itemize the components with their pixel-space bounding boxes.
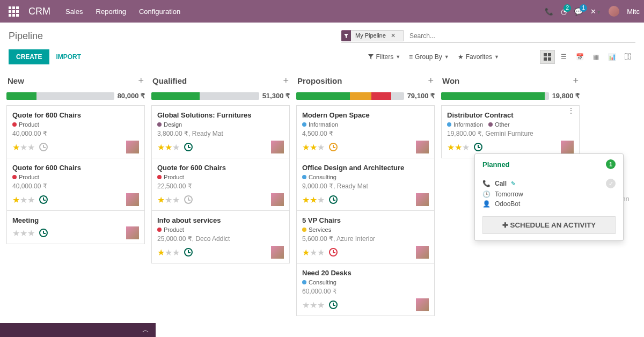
avatar[interactable]: [416, 246, 429, 259]
add-card-button[interactable]: +: [138, 75, 144, 86]
star-icon[interactable]: ★: [317, 195, 325, 205]
add-card-button[interactable]: +: [573, 75, 579, 86]
card-title[interactable]: 5 VP Chairs: [302, 216, 429, 224]
user-name[interactable]: Mitc: [627, 8, 640, 16]
avatar[interactable]: [416, 298, 429, 311]
clock-icon[interactable]: [329, 143, 338, 151]
star-icon[interactable]: ★: [172, 142, 180, 152]
kanban-card[interactable]: Quote for 600 ChairsProduct22,500.00 ₹★★…: [151, 158, 290, 211]
card-title[interactable]: Quote for 600 Chairs: [157, 164, 284, 172]
nav-reporting[interactable]: Reporting: [96, 8, 126, 16]
star-icon[interactable]: ★: [12, 142, 20, 152]
search-area[interactable]: My Pipeline ✕: [341, 29, 635, 43]
done-icon[interactable]: ✓: [606, 179, 616, 188]
card-title[interactable]: Office Design and Architecture: [302, 164, 429, 172]
kanban-card[interactable]: Info about servicesProduct25,000.00 ₹, D…: [151, 211, 290, 263]
star-icon[interactable]: ★: [317, 300, 325, 310]
avatar[interactable]: [271, 141, 284, 153]
user-avatar[interactable]: [609, 6, 619, 17]
progress-bar[interactable]: [296, 92, 404, 100]
star-icon[interactable]: ★: [165, 142, 172, 152]
kanban-card[interactable]: ⋮Distributor ContractInformationOther19,…: [441, 105, 580, 158]
view-pivot[interactable]: ▦: [588, 50, 603, 64]
apps-icon[interactable]: [4, 2, 23, 21]
star-icon[interactable]: ★: [27, 195, 35, 205]
star-icon[interactable]: ★: [157, 195, 165, 205]
avatar[interactable]: [126, 193, 139, 206]
card-menu-icon[interactable]: ⋮: [567, 110, 575, 112]
clock-icon[interactable]: [329, 195, 338, 204]
tools-icon[interactable]: ✕▼: [590, 8, 601, 16]
star-icon[interactable]: ★: [310, 142, 317, 152]
clock-icon[interactable]: [39, 195, 48, 204]
card-title[interactable]: Meeting: [12, 216, 139, 224]
add-card-button[interactable]: +: [428, 75, 434, 86]
star-icon[interactable]: ★: [310, 195, 317, 205]
clock-icon[interactable]: [329, 248, 338, 257]
star-icon[interactable]: ★: [165, 195, 172, 205]
add-card-button[interactable]: +: [283, 75, 289, 86]
view-graph[interactable]: 📊: [604, 50, 619, 64]
star-icon[interactable]: ★: [165, 247, 172, 258]
view-kanban[interactable]: [540, 50, 555, 64]
avatar[interactable]: [416, 193, 429, 206]
search-input[interactable]: [408, 31, 635, 41]
clock-icon[interactable]: [184, 143, 193, 151]
progress-bar[interactable]: [6, 92, 114, 100]
star-icon[interactable]: ★: [20, 228, 27, 238]
activity-icon[interactable]: ◔2: [561, 8, 567, 16]
star-icon[interactable]: ★: [310, 247, 317, 258]
card-title[interactable]: Info about services: [157, 216, 284, 224]
kanban-card[interactable]: Global Solutions: FurnituresDesign3,800.…: [151, 105, 290, 158]
create-button[interactable]: CREATE: [9, 49, 49, 64]
star-icon[interactable]: ★: [310, 300, 317, 310]
avatar[interactable]: [561, 141, 574, 153]
clock-icon[interactable]: [184, 248, 193, 257]
star-icon[interactable]: ★: [20, 195, 27, 205]
star-icon[interactable]: ★: [317, 247, 325, 258]
kanban-card[interactable]: Modern Open SpaceInformation4,500.00 ₹★★…: [296, 105, 435, 158]
groupby-dropdown[interactable]: ≡ Group By▼: [409, 53, 449, 61]
star-icon[interactable]: ★: [302, 142, 310, 152]
star-icon[interactable]: ★: [12, 195, 20, 205]
star-icon[interactable]: ★: [27, 142, 35, 152]
clock-icon[interactable]: [39, 143, 48, 151]
clock-icon[interactable]: [39, 229, 48, 237]
filters-dropdown[interactable]: Filters▼: [368, 53, 400, 61]
view-calendar[interactable]: 📅: [572, 50, 587, 64]
kanban-card[interactable]: Quote for 600 ChairsProduct40,000.00 ₹★★…: [6, 158, 145, 211]
star-icon[interactable]: ★: [12, 228, 20, 238]
card-title[interactable]: Quote for 600 Chairs: [12, 111, 139, 119]
bottom-bar[interactable]: ︿: [0, 323, 156, 337]
phone-icon[interactable]: 📞: [545, 8, 553, 16]
avatar[interactable]: [416, 141, 429, 153]
avatar[interactable]: [126, 226, 139, 239]
avatar[interactable]: [126, 141, 139, 153]
edit-icon[interactable]: ✎: [511, 180, 516, 187]
favorites-dropdown[interactable]: ★ Favorites▼: [458, 53, 499, 61]
star-icon[interactable]: ★: [455, 142, 462, 152]
card-title[interactable]: Global Solutions: Furnitures: [157, 111, 284, 119]
card-title[interactable]: Need 20 Desks: [302, 269, 429, 277]
star-icon[interactable]: ★: [317, 142, 325, 152]
kanban-card[interactable]: 5 VP ChairsServices5,600.00 ₹, Azure Int…: [296, 211, 435, 263]
star-icon[interactable]: ★: [20, 142, 27, 152]
progress-bar[interactable]: [151, 92, 259, 100]
avatar[interactable]: [271, 246, 284, 259]
star-icon[interactable]: ★: [302, 195, 310, 205]
card-title[interactable]: Modern Open Space: [302, 111, 429, 119]
clock-icon[interactable]: [329, 301, 338, 309]
star-icon[interactable]: ★: [447, 142, 455, 152]
card-title[interactable]: Distributor Contract: [447, 111, 574, 119]
clock-icon[interactable]: [474, 143, 482, 151]
schedule-activity-button[interactable]: ✚ SCHEDULE AN ACTIVITY: [482, 216, 616, 234]
view-list[interactable]: ☰: [556, 50, 571, 64]
import-button[interactable]: IMPORT: [49, 49, 87, 64]
nav-configuration[interactable]: Configuration: [139, 8, 180, 16]
kanban-card[interactable]: Need 20 DesksConsulting60,000.00 ₹★★★: [296, 263, 435, 316]
progress-bar[interactable]: [441, 92, 549, 100]
star-icon[interactable]: ★: [302, 300, 310, 310]
avatar[interactable]: [271, 193, 284, 206]
clock-icon[interactable]: [184, 195, 193, 204]
card-title[interactable]: Quote for 600 Chairs: [12, 164, 139, 172]
